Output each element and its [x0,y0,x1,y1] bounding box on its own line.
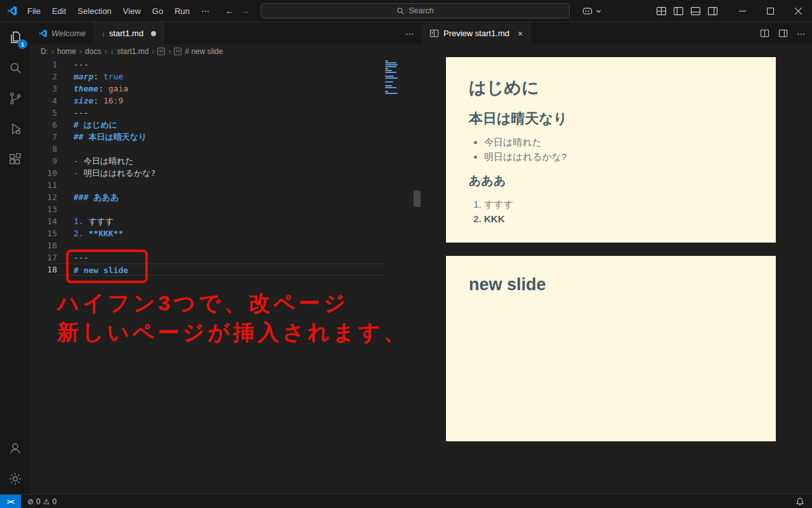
open-preview-icon [429,29,439,38]
slide-h1: new slide [469,275,753,295]
close-window-button[interactable] [784,0,812,22]
extensions-icon[interactable] [0,144,30,175]
line-number: 12 [30,191,57,203]
source-control-icon[interactable] [0,83,30,114]
menu-selection[interactable]: Selection [72,6,117,16]
toggle-sidebar-icon[interactable] [673,6,684,17]
tab-start1-md[interactable]: ↓ start1.md [94,22,164,44]
line-number: 15 [30,227,57,239]
line-number: 18 [30,264,57,276]
chevron-right-icon: › [104,47,107,56]
preview-more-actions-icon[interactable]: ⋯ [797,29,806,39]
editor-more-actions-icon[interactable]: ⋯ [405,29,414,39]
code-line[interactable]: 3theme: gaia [30,83,422,95]
menu-bar: FileEditSelectionViewGoRun⋯ [22,6,215,16]
code-line[interactable]: 2marp: true [30,70,422,83]
slide-h1: はじめに [469,76,753,99]
tab-preview-start1[interactable]: Preview start1.md × [422,22,531,44]
back-arrow[interactable]: ← [225,6,234,16]
line-number: 7 [30,131,57,143]
menu-edit[interactable]: Edit [46,6,72,16]
code-line[interactable]: 5--- [30,107,422,119]
markdown-symbol-icon[interactable]: M [157,48,165,55]
line-content: --- [57,58,384,70]
problems-indicator[interactable]: ⊘ 0 ⚠ 0 [27,497,56,506]
markdown-preview[interactable]: はじめに本日は晴天なり今日は晴れた明日ははれるかな?あああすすすKKKnew s… [422,44,812,494]
code-line[interactable]: 4size: 16:9 [30,95,422,107]
title-bar-right [581,0,812,22]
preview-tab-bar: Preview start1.md × ⋯ [422,22,812,44]
title-bar-center: Search [249,3,581,18]
toggle-secondary-sidebar-icon[interactable] [707,6,718,17]
tab-label: start1.md [109,29,143,38]
breadcrumb-folder[interactable]: docs [85,47,101,56]
line-content: - 明日ははれるかな? [57,167,384,179]
accounts-icon[interactable] [0,433,30,464]
editor-layout-icon[interactable] [778,29,788,38]
minimize-button[interactable] [728,0,756,22]
code-line[interactable]: 10- 明日ははれるかな? [30,167,422,179]
modified-dot-icon[interactable] [151,31,156,36]
code-line[interactable]: 12### あああ [30,191,422,203]
breadcrumb-drive[interactable]: D: [41,47,48,56]
chevron-down-icon [596,8,601,14]
close-icon[interactable]: × [518,29,523,39]
tab-welcome[interactable]: Welcome [30,22,94,44]
annotation-box [66,250,148,283]
search-box[interactable]: Search [261,3,570,18]
activity-bar: 1 [0,22,30,494]
breadcrumb-file[interactable]: start1.md [117,47,148,56]
forward-arrow[interactable]: → [240,6,249,16]
editor-scrollbar[interactable] [414,190,421,207]
error-icon: ⊘ [27,497,34,506]
chevron-right-icon: › [168,47,171,56]
toggle-panel-icon[interactable] [690,6,701,17]
remote-indicator[interactable]: >< [0,495,21,508]
status-bar: >< ⊘ 0 ⚠ 0 [0,494,812,508]
line-number: 17 [30,251,57,264]
code-line[interactable]: 11 [30,179,422,191]
annotation-text: ハイフン3つで、改ページ 新しいページが挿入されます、 [57,288,408,347]
markdown-symbol-icon[interactable]: M [174,48,181,55]
vscode-tab-icon [38,29,48,38]
line-number: 6 [30,119,57,131]
line-number: 16 [30,239,57,251]
menu-view[interactable]: View [117,6,147,16]
split-editor-icon[interactable] [760,29,769,38]
maximize-button[interactable] [756,0,784,22]
menu-run[interactable]: Run [169,6,195,16]
run-debug-icon[interactable] [0,114,30,144]
line-content: ### あああ [57,191,384,203]
settings-gear-icon[interactable] [0,464,30,494]
slide-list-item: 明日ははれるかな? [484,149,753,164]
notifications-bell-icon[interactable] [796,497,804,506]
vscode-logo-icon [6,5,18,17]
code-editor[interactable]: 1---2marp: true3theme: gaia4size: 16:95-… [30,58,422,494]
minimap[interactable] [385,60,410,95]
line-content: theme: gaia [57,83,384,95]
line-number: 9 [30,155,57,167]
menu-file[interactable]: File [22,6,46,16]
code-line[interactable]: 1--- [30,58,422,70]
code-line[interactable]: 6# はじめに [30,119,422,131]
customize-layout-icon[interactable] [656,6,667,17]
code-line[interactable]: 13 [30,203,422,215]
code-line[interactable]: 9- 今日は晴れた [30,155,422,167]
line-content [57,143,384,155]
code-line[interactable]: 7## 本日は晴天なり [30,131,422,143]
explorer-icon[interactable]: 1 [0,22,30,53]
search-icon [396,7,405,15]
search-sidebar-icon[interactable] [0,53,30,83]
breadcrumb-symbol[interactable]: # new slide [185,47,223,56]
search-placeholder: Search [409,6,434,15]
code-line[interactable]: 141. すすす [30,215,422,227]
line-content: ## 本日は晴天なり [57,131,384,143]
breadcrumb-folder[interactable]: home [57,47,76,56]
line-content [57,179,384,191]
copilot-button[interactable] [581,4,601,17]
menu-go[interactable]: Go [147,6,169,16]
code-line[interactable]: 152. **KKK** [30,227,422,239]
menu-overflow[interactable]: ⋯ [195,6,215,16]
code-line[interactable]: 8 [30,143,422,155]
chevron-right-icon: › [51,47,54,56]
